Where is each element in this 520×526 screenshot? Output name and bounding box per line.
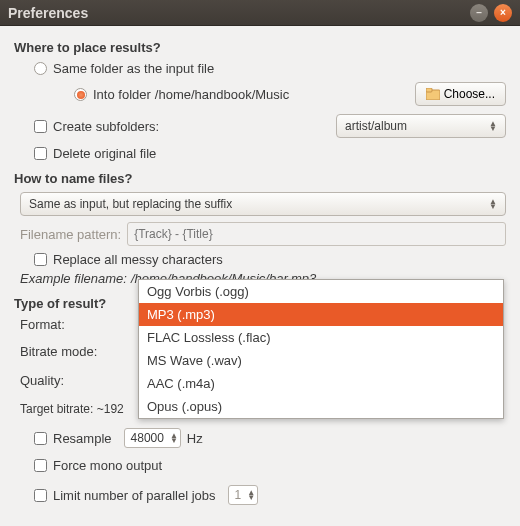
updown-icon: ▲▼ xyxy=(170,433,178,443)
into-folder-row: Into folder /home/handbook/Music Choose.… xyxy=(74,82,506,106)
folder-icon xyxy=(426,88,440,100)
filename-pattern-input xyxy=(127,222,506,246)
minimize-button[interactable]: – xyxy=(470,4,488,22)
limit-jobs-row: Limit number of parallel jobs 1 ▲▼ xyxy=(34,485,506,505)
choose-folder-button[interactable]: Choose... xyxy=(415,82,506,106)
force-mono-label: Force mono output xyxy=(53,458,162,473)
resample-label: Resample xyxy=(53,431,112,446)
format-option[interactable]: MS Wave (.wav) xyxy=(139,349,503,372)
into-folder-path: /home/handbook/Music xyxy=(155,87,289,102)
format-label: Format: xyxy=(20,317,130,332)
format-option[interactable]: AAC (.m4a) xyxy=(139,372,503,395)
same-folder-row: Same folder as the input file xyxy=(34,61,506,76)
into-folder-label: Into folder xyxy=(93,87,151,102)
create-subfolders-label: Create subfolders: xyxy=(53,119,159,134)
close-button[interactable]: × xyxy=(494,4,512,22)
subfolder-pattern-value: artist/album xyxy=(345,119,407,133)
name-mode-select[interactable]: Same as input, but replacing the suffix … xyxy=(20,192,506,216)
resample-row: Resample 48000 ▲▼ Hz xyxy=(34,428,506,448)
target-bitrate-label: Target bitrate: ~192 xyxy=(20,402,124,416)
force-mono-checkbox[interactable] xyxy=(34,459,47,472)
window-title: Preferences xyxy=(8,5,464,21)
subfolder-pattern-select[interactable]: artist/album ▲▼ xyxy=(336,114,506,138)
replace-messy-checkbox[interactable] xyxy=(34,253,47,266)
filename-pattern-row: Filename pattern: xyxy=(20,222,506,246)
name-files-heading: How to name files? xyxy=(14,171,506,186)
quality-label: Quality: xyxy=(20,373,130,388)
replace-messy-label: Replace all messy characters xyxy=(53,252,223,267)
format-option[interactable]: Opus (.opus) xyxy=(139,395,503,418)
updown-icon: ▲▼ xyxy=(489,121,497,131)
bitrate-mode-label: Bitrate mode: xyxy=(20,344,130,359)
same-folder-radio[interactable] xyxy=(34,62,47,75)
format-option[interactable]: MP3 (.mp3) xyxy=(139,303,503,326)
limit-jobs-spinner: 1 ▲▼ xyxy=(228,485,259,505)
resample-unit: Hz xyxy=(187,431,203,446)
svg-rect-1 xyxy=(426,88,432,92)
filename-pattern-label: Filename pattern: xyxy=(20,227,121,242)
updown-icon: ▲▼ xyxy=(247,490,255,500)
place-results-heading: Where to place results? xyxy=(14,40,506,55)
create-subfolders-row: Create subfolders: artist/album ▲▼ xyxy=(34,114,506,138)
force-mono-row: Force mono output xyxy=(34,458,506,473)
create-subfolders-checkbox[interactable] xyxy=(34,120,47,133)
content-area: Where to place results? Same folder as t… xyxy=(0,26,520,518)
delete-original-checkbox[interactable] xyxy=(34,147,47,160)
example-filename-label: Example filename: xyxy=(20,271,127,286)
name-mode-value: Same as input, but replacing the suffix xyxy=(29,197,232,211)
limit-jobs-checkbox[interactable] xyxy=(34,489,47,502)
updown-icon: ▲▼ xyxy=(489,199,497,209)
format-option[interactable]: FLAC Lossless (.flac) xyxy=(139,326,503,349)
limit-jobs-label: Limit number of parallel jobs xyxy=(53,488,216,503)
format-dropdown-popup[interactable]: Ogg Vorbis (.ogg)MP3 (.mp3)FLAC Lossless… xyxy=(138,279,504,419)
name-mode-row: Same as input, but replacing the suffix … xyxy=(20,192,506,216)
delete-original-row: Delete original file xyxy=(34,146,506,161)
choose-label: Choose... xyxy=(444,87,495,101)
resample-checkbox[interactable] xyxy=(34,432,47,445)
titlebar: Preferences – × xyxy=(0,0,520,26)
replace-messy-row: Replace all messy characters xyxy=(34,252,506,267)
resample-value: 48000 xyxy=(131,431,164,445)
limit-jobs-value: 1 xyxy=(235,488,242,502)
same-folder-label: Same folder as the input file xyxy=(53,61,214,76)
resample-spinner[interactable]: 48000 ▲▼ xyxy=(124,428,181,448)
format-option[interactable]: Ogg Vorbis (.ogg) xyxy=(139,280,503,303)
delete-original-label: Delete original file xyxy=(53,146,156,161)
into-folder-radio[interactable] xyxy=(74,88,87,101)
